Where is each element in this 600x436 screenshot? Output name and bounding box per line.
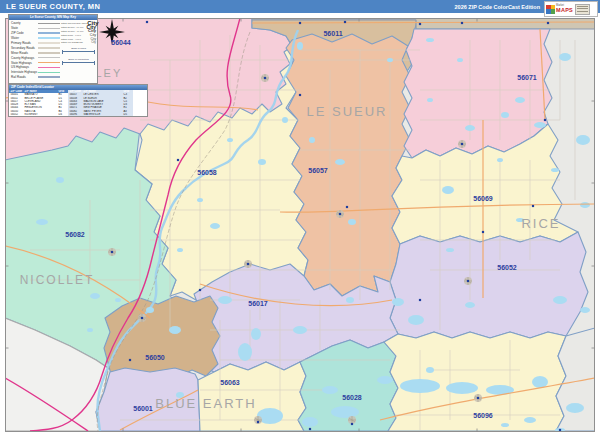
zip-index-cell: 56052 <box>9 113 23 116</box>
zip-label-56011: 56011 <box>323 30 342 37</box>
edition-label: 2026 ZIP Code ColorCast Edition <box>455 4 540 10</box>
zip-label-56044: 56044 <box>111 39 131 46</box>
city-sample: City <box>91 40 96 44</box>
county-label-blue-earth: BLUE EARTH <box>155 396 256 411</box>
zip-label-56050: 56050 <box>145 354 165 361</box>
zip-label-56069: 56069 <box>473 195 493 202</box>
zip-index-grid: ZIP CodeZIP NameGridZIP CodeZIP NameGrid… <box>9 90 147 116</box>
zip-index-cell: WATERVILLE <box>82 113 122 116</box>
zip-index-cell: D5 <box>122 113 133 116</box>
legend-row: Rail Roads <box>11 75 60 80</box>
zip-label-56052: 56052 <box>497 264 517 271</box>
page-title: LE SUEUR COUNTY, MN <box>6 2 100 11</box>
zip-label-56058: 56058 <box>197 169 217 176</box>
scale-bar-miles: Scale in Miles <box>61 47 96 55</box>
publisher-logo: Market MAPS <box>544 1 598 17</box>
region-north-strip <box>416 19 595 29</box>
zip-label-56082: 56082 <box>65 231 85 238</box>
header-bar: LE SUEUR COUNTY, MN 2026 ZIP Code ColorC… <box>0 0 600 13</box>
scale-bar-km: Scale in Kilometers <box>61 58 96 66</box>
page: LE SUEUR RICE NICOLLET BLUE EARTH SIBLEY… <box>0 0 600 436</box>
zip-label-56063: 56063 <box>220 379 240 386</box>
legend-line-items: County State ZIP Code Water Primary Road… <box>9 20 61 80</box>
county-label-nicollet: NICOLLET <box>20 273 95 287</box>
line-swatch <box>38 32 60 34</box>
zip-index-cell: D4 <box>57 113 68 116</box>
line-swatch <box>38 37 60 39</box>
zip-label-56017: 56017 <box>248 300 268 307</box>
line-swatch <box>38 23 60 25</box>
map-legend: Le Sueur County, MN Map Key County State… <box>8 14 98 84</box>
line-swatch <box>38 72 60 74</box>
city-class-row: Cities 999 and BelowCity <box>61 40 96 44</box>
zip-label-56001: 56001 <box>133 405 153 412</box>
county-label-rice: RICE <box>521 216 560 231</box>
line-swatch <box>38 52 60 54</box>
line-swatch <box>38 57 60 59</box>
zip-index-table: ZIP Code Index/Grid Locator ZIP CodeZIP … <box>8 84 148 117</box>
logo-map-icon <box>546 5 555 14</box>
region-56057 <box>286 34 410 296</box>
zip-label-56028: 56028 <box>342 394 362 401</box>
zip-label-56057: 56057 <box>308 167 328 174</box>
line-swatch <box>38 42 60 44</box>
zip-index-cell: 56096 <box>68 113 82 116</box>
line-swatch <box>38 76 60 78</box>
line-swatch <box>38 28 60 30</box>
zip-label-56071: 56071 <box>517 74 537 81</box>
line-swatch <box>38 62 60 64</box>
legend-city-classes: Cities 100,000 and AboveCity Cities 50,0… <box>61 20 97 80</box>
line-swatch <box>38 67 60 69</box>
logo-brand-text: MAPS <box>556 8 573 14</box>
zip-label-56096: 56096 <box>473 412 493 419</box>
zip-index-cell: KILKENNY <box>23 113 57 116</box>
county-label-le-sueur: LE SUEUR <box>306 104 387 119</box>
logo-side-box <box>575 4 590 15</box>
line-swatch <box>38 47 60 49</box>
